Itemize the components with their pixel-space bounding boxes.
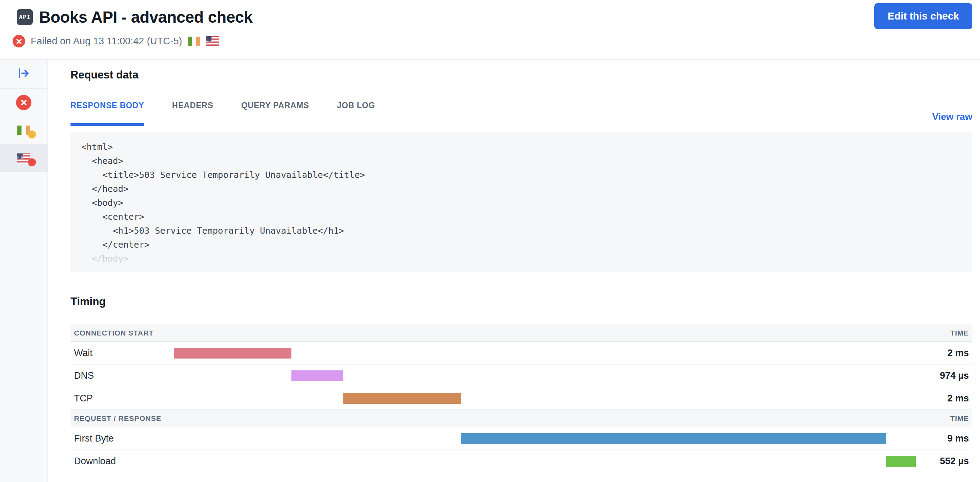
timing-row-label: First Byte [74,427,114,450]
response-body-code[interactable]: <html> <head> <title>503 Service Tempora… [70,132,972,273]
timing-section-title: REQUEST / RESPONSE [74,414,161,423]
timing-row-label: DNS [74,365,94,387]
timing-row-value: 2 ms [947,387,969,410]
request-data-heading: Request data [70,69,972,81]
timing-bar [291,370,343,381]
degraded-dot-icon [28,130,36,138]
code-line: </center> [81,238,972,252]
code-line: </html> [81,266,972,273]
failed-status-icon [13,35,25,48]
timing-bar [343,393,461,404]
failed-circle-icon [16,95,32,110]
timing-row-label: TCP [74,387,93,410]
timing-section-title: CONNECTION START [74,329,154,337]
timing-row-wait: Wait 2 ms [70,342,972,365]
code-line: <title>503 Service Temporarily Unavailab… [81,168,972,182]
sidebar-result-ireland[interactable] [0,116,48,144]
timing-row-label: Download [74,450,116,472]
tab-job-log[interactable]: JOB LOG [337,101,375,126]
timing-row-value: 2 ms [947,342,969,365]
header: API Books API - advanced check Failed on… [0,0,980,60]
timing-bar [174,348,291,358]
timing-section-header: REQUEST / RESPONSE TIME [70,410,972,427]
tab-response-body[interactable]: RESPONSE BODY [70,101,144,126]
expand-right-icon [17,67,30,81]
failed-dot-icon [28,159,36,166]
request-data-tabs: RESPONSE BODY HEADERS QUERY PARAMS JOB L… [70,101,972,126]
main-panel: Request data RESPONSE BODY HEADERS QUERY… [48,60,980,482]
results-sidebar [0,60,48,482]
tab-headers[interactable]: HEADERS [172,101,213,126]
timing-row-tcp: TCP 2 ms [70,387,972,410]
check-status-row: Failed on Aug 13 11:00:42 (UTC-5) [13,35,253,48]
us-flag-icon [206,36,219,46]
ireland-flag-icon [188,36,200,46]
timing-bar [886,456,916,467]
status-text: Failed on Aug 13 11:00:42 (UTC-5) [31,36,182,47]
timing-row-dns: DNS 974 µs [70,365,972,387]
sidebar-result-overall-failed[interactable] [0,89,48,116]
page-title: Books API - advanced check [39,8,253,27]
timing-heading: Timing [70,295,972,308]
tab-query-params[interactable]: QUERY PARAMS [241,101,309,126]
timing-bar [461,433,886,444]
timing-row-value: 552 µs [940,450,969,472]
code-line: <h1>503 Service Temporarily Unavailable<… [81,224,972,238]
view-raw-link[interactable]: View raw [932,112,972,122]
timing-row-first-byte: First Byte 9 ms [70,427,972,450]
code-line: </head> [81,182,972,196]
code-line: <center> [81,210,972,224]
timing-row-label: Wait [74,342,92,365]
code-line: <html> [81,140,972,154]
time-column-header: TIME [950,414,969,423]
timing-row-value: 9 ms [947,427,969,450]
api-check-badge: API [17,9,33,25]
timing-table: CONNECTION START TIME Wait 2 ms DNS 974 … [70,324,972,472]
code-line: </body> [81,252,972,266]
timing-section-header: CONNECTION START TIME [70,324,972,342]
sidebar-expand-button[interactable] [0,60,48,89]
code-line: <head> [81,154,972,168]
timing-row-value: 974 µs [940,365,969,387]
edit-check-button[interactable]: Edit this check [874,3,972,29]
code-line: <body> [81,196,972,210]
sidebar-result-us[interactable] [0,144,48,172]
timing-row-download: Download 552 µs [70,450,972,472]
time-column-header: TIME [950,329,969,337]
